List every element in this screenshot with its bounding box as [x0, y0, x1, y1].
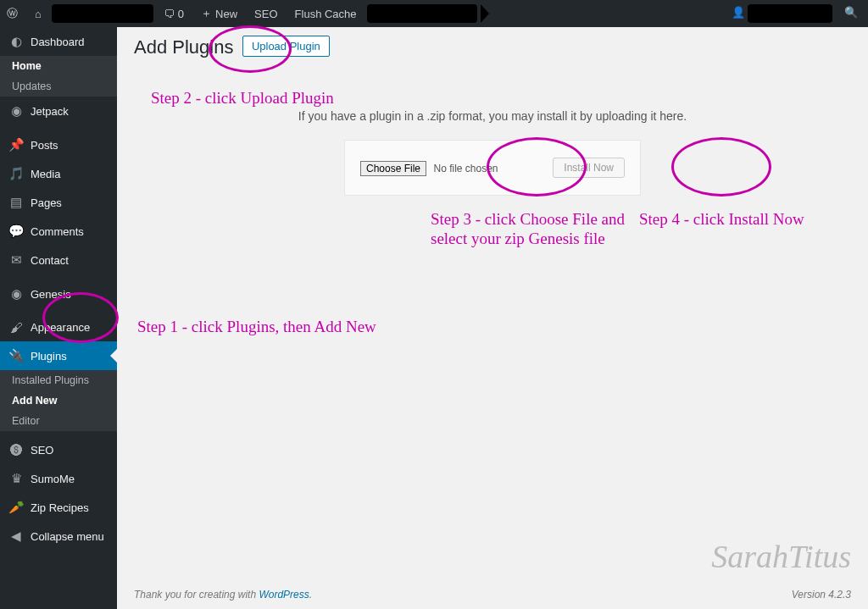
- menu-posts[interactable]: 📌Posts: [0, 130, 117, 159]
- jetpack-icon: ◉: [8, 103, 24, 119]
- site-name-redacted: [52, 4, 153, 23]
- main-content: Add Plugins Upload Plugin If you have a …: [117, 27, 868, 609]
- media-icon: 🎵: [8, 166, 24, 181]
- home-icon[interactable]: ⌂: [28, 0, 48, 27]
- menu-contact[interactable]: ✉Contact: [0, 246, 117, 274]
- menu-jetpack[interactable]: ◉Jetpack: [0, 97, 117, 125]
- menu-appearance[interactable]: 🖌Appearance: [0, 313, 117, 341]
- menu-collapse[interactable]: ◀Collapse menu: [0, 522, 117, 551]
- footer-thanks: Thank you for creating with WordPress.: [134, 589, 312, 601]
- flush-cache[interactable]: Flush Cache: [288, 0, 364, 27]
- admin-bar: ⓦ ⌂ 🗨 0 ＋ New SEO Flush Cache 👤 🔍: [0, 0, 868, 27]
- plugin-icon: 🔌: [8, 348, 24, 363]
- menu-dashboard[interactable]: ◐Dashboard: [0, 27, 117, 56]
- page-title: Add Plugins: [134, 36, 233, 58]
- install-now-button[interactable]: Install Now: [553, 158, 625, 178]
- menu-plugins[interactable]: 🔌Plugins: [0, 341, 117, 370]
- menu-pages[interactable]: ▤Pages: [0, 188, 117, 217]
- genesis-icon: ◉: [8, 286, 24, 302]
- upload-form: Choose File No file chosen Install Now: [344, 140, 641, 196]
- submenu-home[interactable]: Home: [0, 56, 117, 76]
- menu-sumome[interactable]: ♛SumoMe: [0, 464, 117, 493]
- user-redacted: [748, 4, 832, 23]
- menu-media[interactable]: 🎵Media: [0, 159, 117, 188]
- crown-icon: ♛: [8, 471, 24, 486]
- footer: Thank you for creating with WordPress. V…: [117, 580, 868, 609]
- redacted-bar-item: [367, 4, 477, 23]
- submenu-editor[interactable]: Editor: [0, 411, 117, 431]
- wp-logo-icon[interactable]: ⓦ: [0, 0, 25, 27]
- user-icon[interactable]: 👤: [732, 6, 745, 19]
- seo-icon: 🅢: [8, 443, 24, 457]
- adminbar-right: 👤 🔍: [732, 4, 868, 23]
- submenu-installed-plugins[interactable]: Installed Plugins: [0, 370, 117, 390]
- footer-version: Version 4.2.3: [792, 589, 851, 601]
- pin-icon: 📌: [8, 137, 24, 152]
- menu-genesis[interactable]: ◉Genesis: [0, 280, 117, 308]
- comments-bubble[interactable]: 🗨 0: [157, 0, 191, 27]
- seo-menu[interactable]: SEO: [248, 0, 284, 27]
- choose-file-button[interactable]: Choose File: [360, 161, 426, 176]
- search-icon[interactable]: 🔍: [844, 6, 858, 19]
- mail-icon: ✉: [8, 252, 24, 268]
- submenu-add-new[interactable]: Add New: [0, 390, 117, 411]
- carrot-icon: 🥕: [8, 500, 24, 515]
- comments-count: 0: [178, 8, 184, 20]
- menu-seo[interactable]: 🅢SEO: [0, 436, 117, 464]
- upload-plugin-button[interactable]: Upload Plugin: [242, 36, 330, 57]
- page-icon: ▤: [8, 195, 24, 210]
- comment-icon: 💬: [8, 224, 24, 239]
- footer-wp-link[interactable]: WordPress: [259, 589, 309, 601]
- upload-instructions: If you have a plugin in a .zip format, y…: [134, 109, 851, 123]
- dashboard-icon: ◐: [8, 34, 24, 49]
- new-content[interactable]: ＋ New: [194, 0, 244, 27]
- submenu-updates[interactable]: Updates: [0, 76, 117, 97]
- no-file-label: No file chosen: [433, 163, 498, 174]
- brush-icon: 🖌: [8, 320, 24, 335]
- menu-comments[interactable]: 💬Comments: [0, 217, 117, 246]
- menu-ziprecipes[interactable]: 🥕Zip Recipes: [0, 493, 117, 522]
- collapse-icon: ◀: [8, 529, 24, 544]
- admin-sidebar: ◐Dashboard Home Updates ◉Jetpack 📌Posts …: [0, 27, 117, 609]
